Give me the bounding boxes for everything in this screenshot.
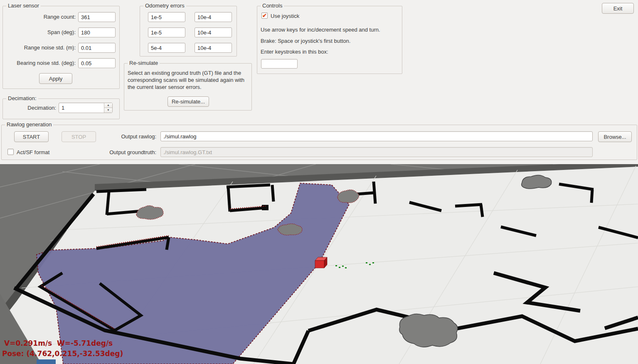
range-count-input[interactable] [78,12,116,22]
robot-marker [315,257,327,268]
spin-down-icon[interactable]: ▼ [104,108,112,113]
decimation-label: Decimation: [5,105,56,111]
rawlog-generation-title: Rawlog generation [5,121,53,128]
use-joystick-label: Use joystick [271,13,299,20]
span-deg-input[interactable] [78,27,116,37]
range-count-label: Range count: [5,14,76,20]
decimation-group-title: Decimation: [6,95,38,101]
checkmark-icon: ✔ [262,13,267,18]
rawlog-generation-group: Rawlog generation START STOP Output rawl… [1,125,637,160]
controls-line1: Use arrow keys for inc/decrement speed a… [261,27,380,33]
output-rawlog-input[interactable] [160,131,593,141]
simulation-3d-viewport[interactable]: V=0.291m/s W=-5.71deg/s Pose: (4.762,0.2… [0,164,638,364]
odometry-errors-group: Odometry errors [140,6,237,57]
bearing-noise-label: Bearing noise std. (deg): [5,60,76,66]
odometry-errors-title: Odometry errors [143,2,186,9]
odometry-error-input-r1c1[interactable] [148,12,185,22]
odometry-error-input-r3c1[interactable] [148,43,185,53]
obstacle-blob [399,314,458,347]
range-noise-label: Range noise std. (m): [5,44,76,51]
laser-sensor-group: Laser sensor Range count: Span (deg): Ra… [2,6,120,89]
resimulate-button[interactable]: Re-simulate... [168,96,209,107]
controls-line2: Brake: Space or joystick's first button. [261,38,350,44]
spin-up-icon[interactable]: ▲ [104,103,112,108]
resimulate-title: Re-simulate [128,60,160,66]
hud-velocity-text: V=0.291m/s W=-5.71deg/s [4,339,113,347]
actsf-format-checkbox[interactable] [7,149,14,155]
odometry-error-input-r1c2[interactable] [195,12,232,22]
output-groundtruth-label: Output groundtruth: [85,149,156,156]
decimation-spin-buttons: ▲ ▼ [104,103,112,113]
controls-title: Controls [261,2,284,9]
output-groundtruth-input [160,147,593,157]
decimation-input[interactable] [59,103,103,113]
bearing-noise-input[interactable] [78,58,116,68]
span-deg-label: Span (deg): [5,29,76,36]
use-joystick-checkbox[interactable]: ✔ [261,12,268,19]
controls-group: Controls ✔ Use joystick Use arrow keys f… [257,6,402,74]
controls-line3: Enter keystrokes in this box: [261,49,328,55]
browse-button[interactable]: Browse... [598,131,632,142]
apply-button[interactable]: Apply [39,73,72,84]
keystroke-input[interactable] [261,59,298,69]
simulation-scene [0,164,638,364]
output-rawlog-label: Output rawlog: [85,133,156,140]
odometry-error-input-r3c2[interactable] [195,43,232,53]
resimulate-group: Re-simulate Select an existing ground tr… [124,63,252,111]
exit-button[interactable]: Exit [602,3,634,14]
decimation-group: Decimation: Decimation: ▲ ▼ [2,98,120,119]
start-button[interactable]: START [14,131,49,142]
odometry-error-input-r2c2[interactable] [195,27,232,37]
hud-pose-text: Pose: (4.762,0.215,-32.53deg) [2,349,123,358]
blue-object [37,359,56,364]
decimation-stepper[interactable]: ▲ ▼ [59,103,113,113]
range-noise-input[interactable] [78,43,116,53]
actsf-format-label: Act/SF format [17,149,49,156]
odometry-error-input-r2c1[interactable] [148,27,185,37]
laser-sensor-title: Laser sensor [6,2,41,9]
resimulate-description: Select an existing ground truth (GT) fil… [128,69,248,91]
